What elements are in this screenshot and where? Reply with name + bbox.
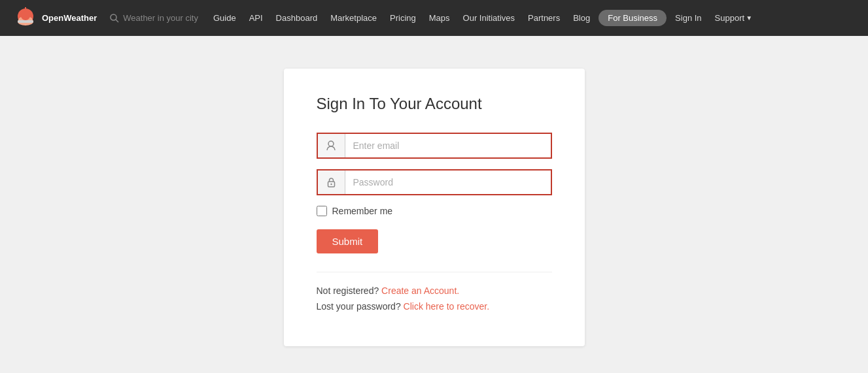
support-chevron-icon: ▼	[746, 14, 752, 22]
nav-link-blog[interactable]: Blog	[568, 10, 595, 25]
lost-password-text: Lost your password? Click here to recove…	[317, 301, 552, 312]
svg-line-9	[116, 20, 118, 22]
divider	[317, 272, 552, 272]
nav-link-maps[interactable]: Maps	[425, 10, 455, 25]
for-business-button[interactable]: For Business	[599, 10, 667, 26]
recover-password-link[interactable]: Click here to recover.	[404, 301, 490, 312]
logo-text: OpenWeather	[42, 13, 97, 24]
svg-rect-7	[18, 20, 33, 23]
email-input[interactable]	[345, 134, 551, 157]
svg-point-10	[328, 141, 334, 146]
support-menu[interactable]: Support ▼	[710, 10, 757, 25]
nav-link-api[interactable]: API	[245, 10, 268, 25]
nav-link-our-initiatives[interactable]: Our Initiatives	[459, 10, 519, 25]
not-registered-label: Not registered?	[317, 285, 379, 296]
email-form-group	[317, 133, 552, 159]
navbar: OpenWeather Weather in your city Guide A…	[0, 0, 868, 36]
svg-point-8	[111, 14, 116, 20]
nav-link-pricing[interactable]: Pricing	[385, 10, 421, 25]
svg-point-6	[21, 11, 30, 20]
support-label: Support	[715, 13, 745, 23]
lost-password-label: Lost your password?	[317, 301, 401, 312]
nav-link-guide[interactable]: Guide	[209, 10, 241, 25]
password-form-group	[317, 169, 552, 195]
not-registered-text: Not registered? Create an Account.	[317, 285, 552, 296]
remember-me-label[interactable]: Remember me	[332, 206, 393, 216]
user-icon	[318, 134, 345, 157]
main-content: Sign In To Your Account	[0, 36, 868, 373]
svg-point-12	[330, 184, 332, 185]
remember-me-group: Remember me	[317, 206, 552, 216]
password-input[interactable]	[345, 170, 551, 194]
create-account-link[interactable]: Create an Account.	[381, 285, 459, 296]
nav-link-partners[interactable]: Partners	[523, 10, 564, 25]
submit-button[interactable]: Submit	[317, 229, 379, 253]
remember-me-checkbox[interactable]	[317, 206, 327, 216]
sign-in-link[interactable]: Sign In	[670, 10, 706, 25]
lock-icon	[318, 170, 345, 194]
openweather-logo-icon	[13, 6, 38, 31]
logo[interactable]: OpenWeather	[13, 6, 97, 31]
signin-title: Sign In To Your Account	[317, 95, 552, 113]
nav-link-marketplace[interactable]: Marketplace	[326, 10, 381, 25]
search-area: Weather in your city	[110, 13, 198, 23]
signin-card: Sign In To Your Account	[284, 69, 585, 346]
search-placeholder[interactable]: Weather in your city	[123, 13, 198, 23]
nav-link-dashboard[interactable]: Dashboard	[271, 10, 322, 25]
search-icon	[110, 14, 119, 23]
